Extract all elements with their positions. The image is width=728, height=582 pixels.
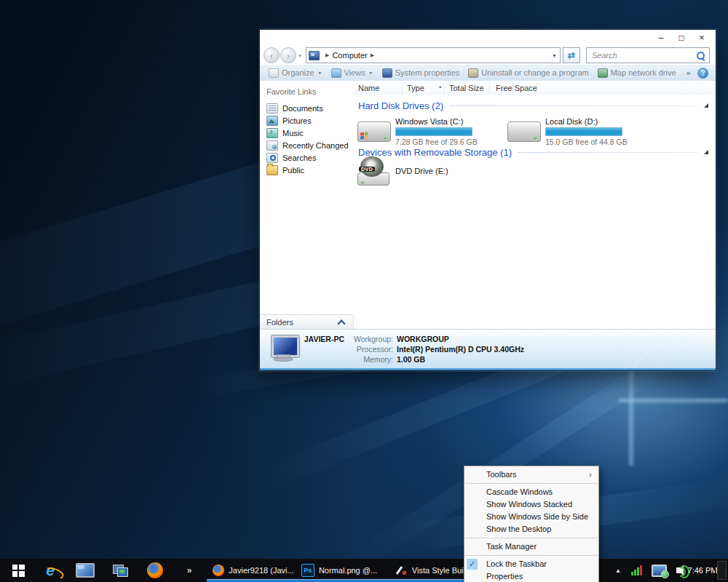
sidebar-item-documents[interactable]: Documents <box>260 102 353 114</box>
back-button[interactable]: ‹ <box>264 47 280 63</box>
search-box <box>586 47 710 63</box>
system-properties-label: System properties <box>395 68 460 77</box>
processor-label: Processor: <box>348 344 393 354</box>
map-network-drive-icon <box>598 68 608 78</box>
hard-drive-icon <box>357 121 391 142</box>
breadcrumb-arrow-icon[interactable]: ▶ <box>325 52 329 58</box>
sidebar-item-label: Public <box>282 166 304 175</box>
menu-item-show-windows-stacked[interactable]: Show Windows Stacked <box>464 498 598 511</box>
organize-label: Organize <box>282 68 314 77</box>
menu-item-label: Task Manager <box>486 542 537 551</box>
network-icon <box>652 565 667 577</box>
toolbar-overflow-button[interactable]: » <box>687 68 691 77</box>
signal-bars-icon <box>631 565 642 575</box>
hard-drive-icon <box>507 121 541 142</box>
uninstall-icon <box>468 68 478 78</box>
history-dropdown-icon[interactable]: ▾ <box>298 52 301 59</box>
uninstall-label: Uninstall or change a program <box>481 68 588 77</box>
minimize-button[interactable]: – <box>652 33 670 43</box>
taskbar-icon-internet-explorer[interactable]: e <box>38 559 63 582</box>
photoshop-icon: Ps <box>301 564 314 577</box>
taskbar: e » Javier9218 (Javi... Ps Normal.png @.… <box>0 559 728 582</box>
drive-item-e[interactable]: DVD DVD Drive (E:) <box>357 156 448 186</box>
sidebar-item-label: Music <box>282 129 304 137</box>
views-icon <box>331 68 341 78</box>
column-header-free-space[interactable]: Free Space <box>496 84 537 92</box>
folders-label: Folders <box>266 318 293 327</box>
sidebar-item-pictures[interactable]: Pictures <box>260 114 353 127</box>
maximize-button[interactable]: □ <box>672 33 691 43</box>
column-divider[interactable] <box>443 82 444 94</box>
title-bar[interactable]: – □ × <box>260 30 716 46</box>
drive-free-space: 15.0 GB free of 44.8 GB <box>545 137 628 146</box>
processor-value: Intel(R) Pentium(R) D CPU 3.40GHz <box>397 344 524 354</box>
taskbar-button-firefox-window[interactable]: Javier9218 (Javi... <box>207 559 300 582</box>
search-icon[interactable] <box>697 52 705 60</box>
column-divider[interactable] <box>402 82 403 94</box>
column-divider[interactable] <box>537 82 537 94</box>
uninstall-program-button[interactable]: Uninstall or change a program <box>468 68 588 78</box>
menu-separator <box>465 538 598 538</box>
taskbar-icon-firefox[interactable] <box>143 559 167 582</box>
forward-button[interactable]: › <box>280 47 296 63</box>
refresh-button[interactable]: ⇄ <box>563 47 580 63</box>
chevron-down-icon: ▼ <box>317 71 323 76</box>
tray-network-icon[interactable] <box>649 559 668 582</box>
taskbar-icon-computer[interactable] <box>73 559 98 582</box>
group-header-hard-disk-drives[interactable]: Hard Disk Drives (2) <box>358 100 708 111</box>
map-network-drive-button[interactable]: Map network drive <box>598 68 676 78</box>
show-hidden-icons-button[interactable]: ▲ <box>612 559 625 582</box>
system-properties-button[interactable]: System properties <box>382 68 460 78</box>
menu-item-label: Properties <box>486 572 523 581</box>
drive-item-c[interactable]: Windows Vista (C:) 7.28 GB free of 29.6 … <box>357 116 480 146</box>
menu-item-show-the-desktop[interactable]: Show the Desktop <box>464 523 598 535</box>
menu-item-show-windows-side-by-side[interactable]: Show Windows Side by Side <box>464 511 598 523</box>
breadcrumb-arrow-icon[interactable]: ▶ <box>371 52 374 58</box>
address-dropdown-icon[interactable]: ▼ <box>552 53 557 58</box>
navigation-bar: ‹ › ▾ ▶ Computer ▶ ▼ ⇄ <box>260 46 716 65</box>
window-switcher-icon <box>113 565 127 576</box>
column-header-type[interactable]: Type <box>407 84 424 92</box>
address-bar[interactable]: ▶ Computer ▶ ▼ <box>306 47 561 63</box>
collapse-group-icon[interactable] <box>704 150 708 154</box>
column-header-name[interactable]: Name <box>358 84 379 92</box>
views-button[interactable]: Views ▼ <box>331 68 373 78</box>
column-header-total-size[interactable]: Total Size <box>449 84 484 92</box>
menu-item-cascade-windows[interactable]: Cascade Windows <box>464 486 598 498</box>
breadcrumb-location[interactable]: Computer <box>332 51 367 60</box>
monitor-icon <box>76 563 95 578</box>
map-network-drive-label: Map network drive <box>611 68 676 77</box>
column-divider[interactable] <box>489 82 490 94</box>
taskbar-button-photoshop-window[interactable]: Ps Normal.png @... <box>291 559 387 582</box>
details-pane-decoration <box>615 334 703 366</box>
close-button[interactable]: × <box>692 33 711 43</box>
show-desktop-button[interactable] <box>715 559 728 582</box>
firefox-icon <box>147 562 163 578</box>
chevron-down-icon: ▼ <box>368 71 373 76</box>
drive-name: Windows Vista (C:) <box>395 117 478 126</box>
help-button[interactable]: ? <box>697 68 708 79</box>
overflow-chevron-icon: » <box>187 565 192 575</box>
taskbar-clock[interactable]: 7:46 PM <box>687 559 718 582</box>
folders-expander[interactable]: Folders <box>260 314 354 330</box>
menu-item-properties[interactable]: Properties <box>464 570 598 582</box>
sidebar-item-label: Pictures <box>282 116 312 125</box>
forward-icon: › <box>287 50 290 61</box>
sidebar-item-public[interactable]: Public <box>260 164 353 176</box>
sidebar-item-label: Documents <box>282 104 323 113</box>
organize-button[interactable]: Organize ▼ <box>269 68 323 78</box>
sidebar-item-recently-changed[interactable]: Recently Changed <box>260 139 353 151</box>
drive-item-d[interactable]: Local Disk (D:) 15.0 GB free of 44.8 GB <box>507 116 630 146</box>
sidebar-item-searches[interactable]: Searches <box>260 151 353 164</box>
menu-item-toolbars[interactable]: Toolbars › <box>464 469 598 481</box>
menu-item-lock-the-taskbar[interactable]: ✓ Lock the Taskbar <box>464 558 598 570</box>
taskbar-icon-window-switcher[interactable] <box>108 559 132 582</box>
collapse-group-icon[interactable] <box>704 103 708 108</box>
tray-signal-icon[interactable] <box>628 559 645 582</box>
taskbar-overflow-button[interactable]: » <box>182 559 197 582</box>
tray-volume-icon[interactable] <box>670 559 687 582</box>
start-button[interactable] <box>3 559 33 582</box>
sidebar-item-music[interactable]: Music <box>260 127 353 139</box>
search-input[interactable] <box>590 50 695 60</box>
menu-item-task-manager[interactable]: Task Manager <box>464 541 598 553</box>
